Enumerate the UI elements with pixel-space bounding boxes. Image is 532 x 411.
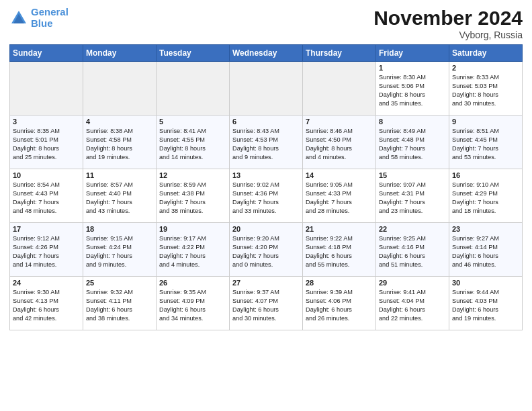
day-info: Sunrise: 9:07 AM Sunset: 4:31 PM Dayligh… xyxy=(379,181,446,216)
day-cell: 15Sunrise: 9:07 AM Sunset: 4:31 PM Dayli… xyxy=(376,169,449,223)
day-info: Sunrise: 9:30 AM Sunset: 4:13 PM Dayligh… xyxy=(13,288,80,323)
day-info: Sunrise: 8:54 AM Sunset: 4:43 PM Dayligh… xyxy=(13,181,80,216)
weekday-header: SundayMondayTuesdayWednesdayThursdayFrid… xyxy=(10,45,523,62)
logo-general: General xyxy=(31,6,69,17)
week-row-2: 3Sunrise: 8:35 AM Sunset: 5:01 PM Daylig… xyxy=(10,116,523,169)
title-block: November 2024 Vyborg, Russia xyxy=(373,7,523,40)
day-cell xyxy=(230,62,303,116)
day-number: 2 xyxy=(452,64,519,72)
day-number: 26 xyxy=(159,279,226,287)
day-number: 21 xyxy=(306,225,373,233)
weekday-friday: Friday xyxy=(376,45,449,62)
day-info: Sunrise: 9:27 AM Sunset: 4:14 PM Dayligh… xyxy=(452,234,519,269)
day-number: 6 xyxy=(232,118,300,126)
logo-icon xyxy=(9,9,28,28)
day-number: 5 xyxy=(159,118,226,126)
weekday-sunday: Sunday xyxy=(10,45,83,62)
day-cell: 30Sunrise: 9:44 AM Sunset: 4:03 PM Dayli… xyxy=(449,277,523,330)
day-cell: 6Sunrise: 8:43 AM Sunset: 4:53 PM Daylig… xyxy=(230,116,303,169)
day-info: Sunrise: 9:25 AM Sunset: 4:16 PM Dayligh… xyxy=(379,234,446,269)
day-cell: 27Sunrise: 9:37 AM Sunset: 4:07 PM Dayli… xyxy=(230,277,303,330)
day-number: 25 xyxy=(86,279,153,287)
day-number: 17 xyxy=(13,225,80,233)
logo-blue: Blue xyxy=(31,17,53,29)
day-number: 18 xyxy=(86,225,153,233)
day-cell: 21Sunrise: 9:22 AM Sunset: 4:18 PM Dayli… xyxy=(303,223,376,277)
day-cell: 9Sunrise: 8:51 AM Sunset: 4:45 PM Daylig… xyxy=(449,116,523,169)
day-cell xyxy=(10,62,83,116)
location: Vyborg, Russia xyxy=(373,30,523,40)
day-number: 24 xyxy=(13,279,80,287)
day-info: Sunrise: 9:41 AM Sunset: 4:04 PM Dayligh… xyxy=(379,288,446,323)
week-row-4: 17Sunrise: 9:12 AM Sunset: 4:26 PM Dayli… xyxy=(10,223,523,277)
day-number: 12 xyxy=(159,171,226,179)
day-cell xyxy=(303,62,376,116)
day-number: 3 xyxy=(13,118,80,126)
day-info: Sunrise: 8:49 AM Sunset: 4:48 PM Dayligh… xyxy=(379,127,446,162)
day-number: 22 xyxy=(379,225,446,233)
day-info: Sunrise: 9:02 AM Sunset: 4:36 PM Dayligh… xyxy=(232,181,300,216)
day-info: Sunrise: 9:05 AM Sunset: 4:33 PM Dayligh… xyxy=(306,181,373,216)
week-row-3: 10Sunrise: 8:54 AM Sunset: 4:43 PM Dayli… xyxy=(10,169,523,223)
weekday-saturday: Saturday xyxy=(449,45,523,62)
day-number: 10 xyxy=(13,171,80,179)
weekday-thursday: Thursday xyxy=(303,45,376,62)
day-info: Sunrise: 8:57 AM Sunset: 4:40 PM Dayligh… xyxy=(86,181,153,216)
day-info: Sunrise: 8:38 AM Sunset: 4:58 PM Dayligh… xyxy=(86,127,153,162)
day-cell: 2Sunrise: 8:33 AM Sunset: 5:03 PM Daylig… xyxy=(449,62,523,116)
day-cell: 26Sunrise: 9:35 AM Sunset: 4:09 PM Dayli… xyxy=(157,277,230,330)
month-title: November 2024 xyxy=(373,7,523,30)
header: General Blue November 2024 Vyborg, Russi… xyxy=(9,7,523,40)
day-cell xyxy=(157,62,230,116)
day-info: Sunrise: 8:51 AM Sunset: 4:45 PM Dayligh… xyxy=(452,127,519,162)
day-info: Sunrise: 8:46 AM Sunset: 4:50 PM Dayligh… xyxy=(306,127,373,162)
week-row-1: 1Sunrise: 8:30 AM Sunset: 5:06 PM Daylig… xyxy=(10,62,523,116)
day-cell: 24Sunrise: 9:30 AM Sunset: 4:13 PM Dayli… xyxy=(10,277,83,330)
day-number: 13 xyxy=(232,171,300,179)
day-number: 1 xyxy=(379,64,446,72)
day-info: Sunrise: 9:17 AM Sunset: 4:22 PM Dayligh… xyxy=(159,234,226,269)
day-number: 9 xyxy=(452,118,519,126)
day-number: 29 xyxy=(379,279,446,287)
day-number: 4 xyxy=(86,118,153,126)
day-info: Sunrise: 9:32 AM Sunset: 4:11 PM Dayligh… xyxy=(86,288,153,323)
logo-text: General Blue xyxy=(31,7,69,29)
day-info: Sunrise: 9:22 AM Sunset: 4:18 PM Dayligh… xyxy=(306,234,373,269)
calendar-body: 1Sunrise: 8:30 AM Sunset: 5:06 PM Daylig… xyxy=(10,62,523,330)
day-number: 20 xyxy=(232,225,300,233)
day-info: Sunrise: 9:20 AM Sunset: 4:20 PM Dayligh… xyxy=(232,234,300,269)
day-number: 28 xyxy=(306,279,373,287)
day-info: Sunrise: 9:37 AM Sunset: 4:07 PM Dayligh… xyxy=(232,288,300,323)
day-cell: 22Sunrise: 9:25 AM Sunset: 4:16 PM Dayli… xyxy=(376,223,449,277)
day-cell: 25Sunrise: 9:32 AM Sunset: 4:11 PM Dayli… xyxy=(83,277,157,330)
day-info: Sunrise: 9:10 AM Sunset: 4:29 PM Dayligh… xyxy=(452,181,519,216)
day-cell: 10Sunrise: 8:54 AM Sunset: 4:43 PM Dayli… xyxy=(10,169,83,223)
day-cell xyxy=(83,62,157,116)
day-cell: 5Sunrise: 8:41 AM Sunset: 4:55 PM Daylig… xyxy=(157,116,230,169)
day-cell: 7Sunrise: 8:46 AM Sunset: 4:50 PM Daylig… xyxy=(303,116,376,169)
day-number: 19 xyxy=(159,225,226,233)
day-cell: 28Sunrise: 9:39 AM Sunset: 4:06 PM Dayli… xyxy=(303,277,376,330)
day-info: Sunrise: 8:43 AM Sunset: 4:53 PM Dayligh… xyxy=(232,127,300,162)
day-info: Sunrise: 8:35 AM Sunset: 5:01 PM Dayligh… xyxy=(13,127,80,162)
page: General Blue November 2024 Vyborg, Russi… xyxy=(0,0,532,411)
day-info: Sunrise: 9:15 AM Sunset: 4:24 PM Dayligh… xyxy=(86,234,153,269)
day-cell: 19Sunrise: 9:17 AM Sunset: 4:22 PM Dayli… xyxy=(157,223,230,277)
day-cell: 3Sunrise: 8:35 AM Sunset: 5:01 PM Daylig… xyxy=(10,116,83,169)
day-info: Sunrise: 9:39 AM Sunset: 4:06 PM Dayligh… xyxy=(306,288,373,323)
day-number: 14 xyxy=(306,171,373,179)
day-cell: 4Sunrise: 8:38 AM Sunset: 4:58 PM Daylig… xyxy=(83,116,157,169)
day-info: Sunrise: 8:33 AM Sunset: 5:03 PM Dayligh… xyxy=(452,73,519,108)
day-cell: 1Sunrise: 8:30 AM Sunset: 5:06 PM Daylig… xyxy=(376,62,449,116)
day-number: 16 xyxy=(452,171,519,179)
day-cell: 12Sunrise: 8:59 AM Sunset: 4:38 PM Dayli… xyxy=(157,169,230,223)
day-cell: 20Sunrise: 9:20 AM Sunset: 4:20 PM Dayli… xyxy=(230,223,303,277)
day-cell: 16Sunrise: 9:10 AM Sunset: 4:29 PM Dayli… xyxy=(449,169,523,223)
weekday-wednesday: Wednesday xyxy=(230,45,303,62)
day-info: Sunrise: 8:59 AM Sunset: 4:38 PM Dayligh… xyxy=(159,181,226,216)
day-info: Sunrise: 8:30 AM Sunset: 5:06 PM Dayligh… xyxy=(379,73,446,108)
weekday-tuesday: Tuesday xyxy=(157,45,230,62)
day-number: 23 xyxy=(452,225,519,233)
calendar: SundayMondayTuesdayWednesdayThursdayFrid… xyxy=(9,44,523,330)
day-cell: 23Sunrise: 9:27 AM Sunset: 4:14 PM Dayli… xyxy=(449,223,523,277)
